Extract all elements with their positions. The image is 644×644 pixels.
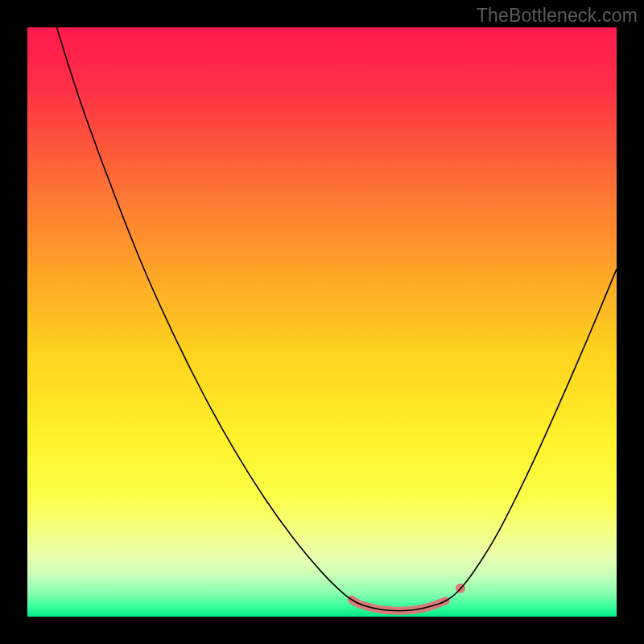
plot-area [27,27,617,617]
bottleneck-chart [27,27,617,617]
watermark-text: TheBottleneck.com [477,5,638,27]
chart-frame: TheBottleneck.com [0,0,644,644]
gradient-background [27,27,617,617]
